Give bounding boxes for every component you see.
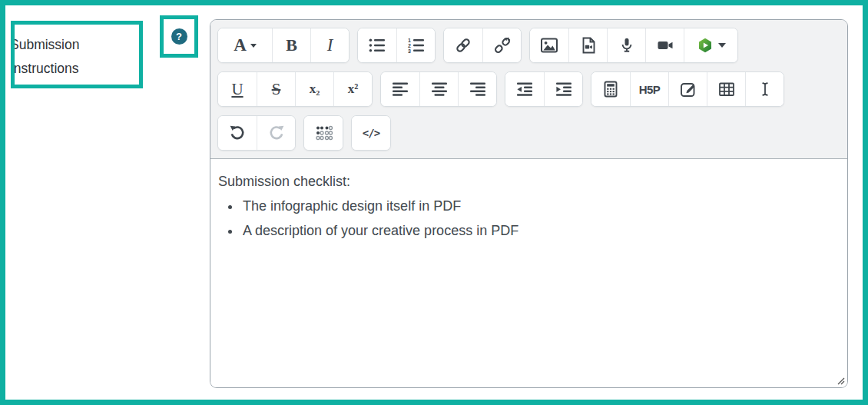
text-cursor-icon (756, 80, 774, 98)
format-group: U S x₂ x² (217, 71, 373, 107)
record-video-button[interactable] (645, 28, 684, 62)
undo-icon (228, 124, 247, 142)
indent-group (505, 71, 583, 107)
unordered-list-button[interactable] (358, 28, 396, 62)
record-audio-button[interactable] (607, 28, 645, 62)
editor-toolbar: A B I (210, 20, 847, 159)
bold-button[interactable]: B (272, 28, 310, 62)
align-group (380, 71, 497, 107)
italic-button[interactable]: I (310, 28, 349, 62)
toolbar-row-3: </> (217, 115, 840, 151)
redo-icon (267, 124, 286, 142)
align-left-icon (391, 80, 409, 98)
align-center-icon (430, 80, 449, 98)
image-icon (540, 36, 558, 55)
chevron-down-icon (250, 44, 257, 48)
strikethrough-button[interactable]: S (257, 72, 295, 106)
link-icon (454, 36, 472, 55)
equation-button[interactable] (591, 72, 630, 106)
screenreader-helper-button[interactable] (304, 116, 343, 150)
outdent-icon (515, 80, 534, 98)
align-right-button[interactable] (458, 72, 496, 106)
text-style-group: A B I (217, 28, 350, 63)
media-plugin-dropdown-button[interactable] (684, 28, 737, 62)
undo-button[interactable] (218, 116, 257, 150)
bullet-list-icon (368, 36, 386, 55)
indent-button[interactable] (544, 72, 582, 106)
pencil-square-button[interactable] (668, 72, 707, 106)
editor-textarea[interactable]: Submission checklist: The infographic de… (210, 159, 847, 387)
field-label: Submission Instructions (11, 33, 141, 81)
insert-image-button[interactable] (530, 28, 568, 62)
unlink-button[interactable] (482, 28, 521, 62)
strikethrough-icon: S (272, 80, 281, 99)
help-glyph: ? (176, 31, 182, 42)
align-left-button[interactable] (381, 72, 419, 106)
text-cursor-button[interactable] (745, 72, 784, 106)
toolbar-row-2: U S x₂ x² (217, 71, 840, 107)
subscript-button[interactable]: x₂ (295, 72, 333, 106)
toolbar-row-1: A B I (217, 28, 840, 63)
video-camera-icon (656, 36, 674, 55)
paragraph-styles-label: A (234, 35, 247, 55)
underline-button[interactable]: U (218, 72, 257, 106)
media-file-icon (579, 36, 598, 55)
bold-icon: B (286, 35, 297, 55)
html-source-button[interactable]: </> (352, 116, 390, 150)
numbered-list-icon: 1 2 3 (407, 36, 426, 55)
underline-icon: U (231, 80, 243, 99)
align-right-icon (469, 80, 487, 98)
ordered-list-button[interactable]: 1 2 3 (396, 28, 435, 62)
pencil-square-icon (679, 80, 697, 98)
paragraph-styles-button[interactable]: A (218, 28, 272, 62)
align-center-button[interactable] (419, 72, 458, 106)
link-button[interactable] (444, 28, 482, 62)
list-item: A description of your creative process i… (241, 218, 840, 243)
resize-handle[interactable] (835, 375, 845, 385)
link-group (443, 28, 522, 63)
superscript-icon: x² (348, 81, 359, 97)
code-icon: </> (363, 127, 379, 139)
help-icon[interactable]: ? (171, 28, 187, 45)
source-group: </> (351, 115, 391, 151)
insert-tools-group: H5P (591, 71, 784, 107)
microphone-icon (618, 36, 636, 55)
history-group (217, 115, 296, 151)
calculator-icon (601, 80, 620, 98)
media-group (529, 28, 738, 63)
insert-media-button[interactable] (568, 28, 607, 62)
h5p-button[interactable]: H5P (630, 72, 668, 106)
form-field-frame: Submission Instructions ? A B I (0, 0, 868, 405)
redo-button[interactable] (257, 116, 295, 150)
chevron-down-icon (718, 43, 726, 48)
unlink-icon (493, 36, 512, 55)
list-group: 1 2 3 (357, 28, 436, 63)
h5p-icon: H5P (639, 83, 661, 96)
field-label-highlight-box: Submission Instructions (11, 21, 143, 88)
table-icon (717, 80, 736, 98)
green-media-plugin-icon (696, 36, 714, 55)
list-item: The infographic design itself in PDF (241, 194, 840, 218)
content-bullet-list: The infographic design itself in PDF A d… (218, 194, 840, 243)
help-icon-highlight-box: ? (160, 15, 198, 58)
italic-icon: I (327, 35, 333, 55)
superscript-button[interactable]: x² (333, 72, 372, 106)
accessibility-group (303, 115, 343, 151)
subscript-icon: x₂ (310, 81, 320, 97)
braille-dots-icon (313, 124, 333, 142)
table-button[interactable] (707, 72, 745, 106)
outdent-button[interactable] (505, 72, 544, 106)
rich-text-editor: A B I (210, 19, 848, 388)
content-heading: Submission checklist: (218, 169, 840, 194)
svg-text:3: 3 (408, 48, 411, 54)
indent-icon (555, 80, 573, 98)
